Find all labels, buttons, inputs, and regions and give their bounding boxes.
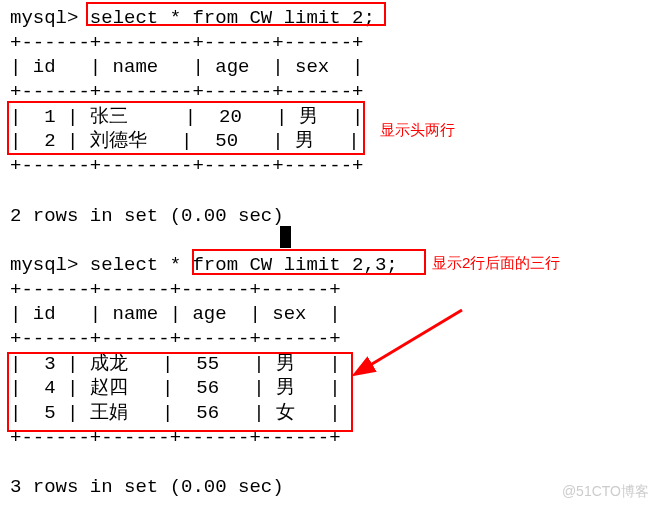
watermark: @51CTO博客	[562, 482, 649, 500]
annotation-1: 显示头两行	[380, 120, 455, 140]
mysql-prompt: mysql>	[10, 254, 78, 276]
table-header: | id | name | age | sex |	[10, 303, 341, 325]
table-row: | 1 | 张三 | 20 | 男 |	[10, 106, 363, 128]
annotation-2: 显示2行后面的三行	[432, 253, 560, 273]
sql-query-2-box: from CW limit 2,3;	[192, 254, 397, 276]
sql-query-1: select * from CW limit 2;	[90, 7, 375, 29]
sql-query-2-pre: select *	[90, 254, 193, 276]
table-row: | 2 | 刘德华 | 50 | 男 |	[10, 130, 360, 152]
table-row: | 4 | 赵四 | 56 | 男 |	[10, 377, 341, 399]
mysql-prompt: mysql>	[10, 7, 78, 29]
result-footer: 2 rows in set (0.00 sec)	[10, 205, 284, 227]
table-separator: +------+--------+------+------+	[10, 81, 363, 103]
table-row: | 5 | 王娟 | 56 | 女 |	[10, 402, 341, 424]
table-separator: +------+--------+------+------+	[10, 32, 363, 54]
table-separator: +------+------+------+------+	[10, 328, 341, 350]
table-separator: +------+------+------+------+	[10, 279, 341, 301]
table-row: | 3 | 成龙 | 55 | 男 |	[10, 353, 341, 375]
table-separator: +------+------+------+------+	[10, 427, 341, 449]
terminal-output: mysql> select * from CW limit 2; +------…	[10, 6, 667, 500]
table-separator: +------+--------+------+------+	[10, 155, 363, 177]
result-footer: 3 rows in set (0.00 sec)	[10, 476, 284, 498]
table-header: | id | name | age | sex |	[10, 56, 363, 78]
text-cursor	[280, 226, 291, 248]
